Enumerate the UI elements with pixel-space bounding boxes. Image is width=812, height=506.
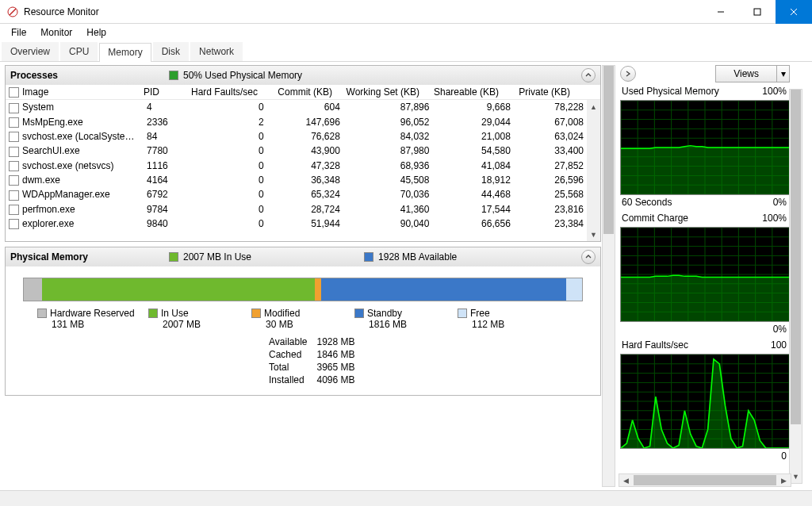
tab-overview[interactable]: Overview (2, 42, 59, 61)
row-checkbox[interactable] (9, 175, 19, 186)
legend-in_use: In Use2007 MB (148, 308, 251, 330)
chart-max: 100% (762, 86, 787, 97)
bar-segment-standby (321, 278, 567, 301)
col-private[interactable]: Private (KB) (502, 85, 573, 100)
memory-summary: Available1928 MB Cached1846 MB Total3965… (6, 335, 600, 395)
views-dropdown-icon[interactable]: ▾ (776, 66, 789, 82)
svg-rect-3 (754, 9, 760, 15)
tab-disk[interactable]: Disk (153, 42, 189, 61)
chart-2: Hard Faults/sec1000 (619, 339, 791, 466)
table-row[interactable]: SearchUI.exe7780043,90087,98054,58033,40… (6, 144, 587, 158)
inuse-label: 2007 MB In Use (183, 251, 251, 263)
col-shareable[interactable]: Shareable (KB) (423, 85, 502, 100)
right-pane-hscrollbar[interactable]: ◀ ▶ (619, 473, 791, 487)
table-row[interactable]: svchost.exe (netsvcs)1116047,32868,93641… (6, 159, 587, 173)
close-button[interactable] (776, 0, 812, 24)
legend-free: Free112 MB (458, 308, 553, 330)
tab-cpu[interactable]: CPU (60, 42, 98, 61)
col-image[interactable]: Image (6, 85, 140, 100)
row-checkbox[interactable] (9, 117, 19, 128)
table-row[interactable]: MsMpEng.exe23362147,69696,05229,04467,00… (6, 115, 587, 129)
col-hard-faults[interactable]: Hard Faults/sec (178, 85, 261, 100)
scroll-right-icon[interactable]: ▶ (777, 474, 791, 486)
chart-0: Used Physical Memory100%60 Seconds0% (619, 86, 791, 213)
collapse-icon[interactable] (581, 68, 596, 82)
processes-header[interactable]: Processes 50% Used Physical Memory (6, 66, 600, 85)
menu-file[interactable]: File (5, 25, 33, 40)
bar-segment-in_use (42, 278, 316, 301)
legend-modified: Modified30 MB (251, 308, 354, 330)
col-commit[interactable]: Commit (KB) (261, 85, 335, 100)
statusbar (0, 490, 812, 506)
left-pane-scrollbar[interactable] (602, 65, 615, 487)
table-row[interactable]: svchost.exe (LocalSystem...84076,62884,0… (6, 129, 587, 144)
collapse-icon[interactable] (581, 250, 596, 264)
chart-foot-right: 0 (781, 450, 787, 462)
table-row[interactable]: WDAppManager.exe6792065,32470,03644,4682… (6, 187, 587, 201)
window-title: Resource Monitor (24, 6, 703, 17)
row-checkbox[interactable] (9, 205, 19, 215)
legend-standby: Standby1816 MB (354, 308, 458, 330)
chart-foot-right: 0% (773, 197, 787, 208)
menu-help[interactable]: Help (80, 25, 113, 40)
row-checkbox[interactable] (9, 147, 19, 157)
chart-title: Used Physical Memory (622, 86, 719, 97)
row-checkbox[interactable] (9, 103, 19, 113)
app-icon (6, 6, 19, 18)
processes-summary: 50% Used Physical Memory (183, 70, 302, 81)
available-swatch (364, 252, 373, 262)
scroll-down-icon[interactable]: ▼ (587, 228, 600, 241)
left-pane: Processes 50% Used Physical Memory Image… (0, 62, 615, 490)
chart-foot-right: 0% (773, 324, 787, 335)
titlebar: Resource Monitor (0, 0, 812, 24)
table-header-row: Image PID Hard Faults/sec Commit (KB) Wo… (6, 85, 600, 100)
processes-scrollbar[interactable]: ▲ ▼ (587, 100, 600, 241)
chart-title: Commit Charge (622, 213, 688, 224)
tab-network[interactable]: Network (190, 42, 243, 61)
tabstrip: Overview CPU Memory Disk Network (0, 41, 812, 62)
chart-1: Commit Charge100%0% (619, 213, 791, 339)
right-pane-scrollbar[interactable]: ▼ (789, 89, 802, 484)
table-row[interactable]: perfmon.exe9784028,72441,36017,54423,816 (6, 202, 587, 217)
col-working-set[interactable]: Working Set (KB) (335, 85, 423, 100)
menubar: File Monitor Help (0, 24, 812, 41)
memory-legend: Hardware Reserved131 MBIn Use2007 MBModi… (6, 308, 600, 335)
physical-memory-panel: Physical Memory 2007 MB In Use 1928 MB A… (5, 247, 601, 396)
expand-charts-icon[interactable] (620, 66, 636, 82)
row-checkbox[interactable] (9, 132, 19, 142)
memory-bar (23, 278, 583, 301)
chart-foot-left: 60 Seconds (622, 197, 672, 208)
row-checkbox[interactable] (9, 219, 19, 229)
bar-segment-hardware_reserved (24, 278, 42, 301)
tab-memory[interactable]: Memory (99, 43, 151, 62)
physical-memory-title: Physical Memory (10, 251, 169, 263)
row-checkbox[interactable] (9, 161, 19, 171)
scroll-up-icon[interactable]: ▲ (587, 100, 600, 113)
processes-table: Image PID Hard Faults/sec Commit (KB) Wo… (6, 85, 600, 100)
processes-panel: Processes 50% Used Physical Memory Image… (5, 65, 601, 242)
menu-monitor[interactable]: Monitor (34, 25, 79, 40)
chart-title: Hard Faults/sec (622, 339, 688, 351)
scroll-left-icon[interactable]: ◀ (619, 474, 633, 486)
right-pane: Views ▾ Used Physical Memory100%60 Secon… (615, 62, 812, 490)
views-button[interactable]: Views ▾ (715, 65, 790, 82)
row-checkbox[interactable] (9, 190, 19, 201)
used-memory-swatch (169, 71, 178, 80)
physical-memory-header[interactable]: Physical Memory 2007 MB In Use 1928 MB A… (6, 247, 600, 266)
col-pid[interactable]: PID (140, 85, 178, 100)
available-label: 1928 MB Available (378, 251, 457, 263)
table-row[interactable]: System4060487,8969,66878,228 (6, 100, 587, 114)
table-row[interactable]: dwm.exe4164036,34845,50818,91226,596 (6, 173, 587, 187)
maximize-button[interactable] (739, 0, 776, 24)
bar-segment-modified (315, 278, 320, 301)
legend-hardware_reserved: Hardware Reserved131 MB (37, 308, 148, 330)
chart-max: 100% (762, 213, 787, 224)
inuse-swatch (169, 252, 178, 262)
bar-segment-free (566, 278, 582, 301)
scroll-down-icon[interactable]: ▼ (790, 470, 802, 483)
table-row[interactable]: explorer.exe9840051,94490,04066,65623,38… (6, 217, 587, 231)
chart-max: 100 (771, 339, 787, 351)
select-all-checkbox[interactable] (9, 87, 19, 98)
minimize-button[interactable] (703, 0, 739, 24)
processes-title: Processes (10, 70, 169, 81)
